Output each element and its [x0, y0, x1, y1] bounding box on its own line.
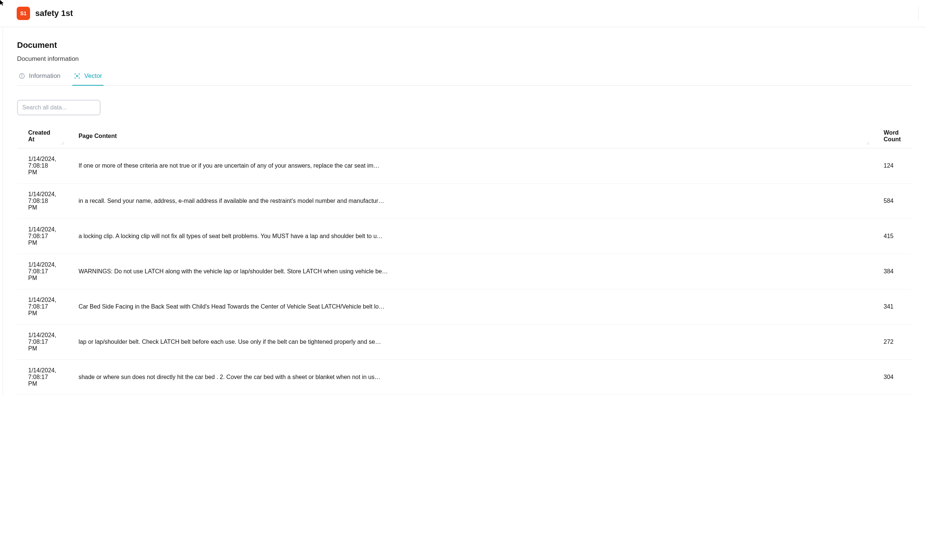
svg-point-2	[21, 74, 22, 75]
tab-vector[interactable]: Vector	[72, 69, 103, 86]
table-row[interactable]: 1/14/2024, 7:08:17 PMCar Bed Side Facing…	[17, 289, 912, 325]
search-input[interactable]	[18, 101, 101, 115]
cell-word-count: 272	[873, 325, 912, 360]
cell-word-count: 304	[873, 360, 912, 395]
app-badge: S1	[17, 7, 30, 20]
data-table: Created At Page Content Word Count 1/14/…	[17, 124, 912, 395]
main-content: Document Document information Informatio…	[3, 27, 926, 395]
table-header-row: Created At Page Content Word Count	[17, 124, 912, 148]
cell-word-count: 341	[873, 289, 912, 325]
mouse-cursor-icon	[0, 0, 6, 6]
app-title: safety 1st	[35, 9, 73, 18]
cell-created-at: 1/14/2024, 7:08:17 PM	[17, 289, 68, 325]
cell-page-content: WARNINGS: Do not use LATCH along with th…	[68, 254, 873, 289]
col-created-at-label: Created At	[28, 130, 50, 142]
app-badge-text: S1	[20, 11, 26, 16]
col-created-at[interactable]: Created At	[17, 124, 68, 148]
svg-point-3	[76, 75, 78, 77]
resize-handle-icon	[866, 141, 870, 145]
table-row[interactable]: 1/14/2024, 7:08:18 PMIf one or more of t…	[17, 148, 912, 184]
cell-page-content: If one or more of these criteria are not…	[68, 148, 873, 184]
col-page-content[interactable]: Page Content	[68, 124, 873, 148]
cell-created-at: 1/14/2024, 7:08:17 PM	[17, 325, 68, 360]
tab-information-label: Information	[29, 72, 61, 80]
tab-information[interactable]: Information	[17, 69, 62, 86]
table-row[interactable]: 1/14/2024, 7:08:17 PMlap or lap/shoulder…	[17, 325, 912, 360]
page-heading: Document	[17, 41, 912, 50]
cell-created-at: 1/14/2024, 7:08:17 PM	[17, 360, 68, 395]
cell-page-content: in a recall. Send your name, address, e-…	[68, 184, 873, 219]
cell-created-at: 1/14/2024, 7:08:18 PM	[17, 184, 68, 219]
col-word-count-label: Word Count	[884, 130, 901, 142]
cell-created-at: 1/14/2024, 7:08:17 PM	[17, 254, 68, 289]
cell-page-content: lap or lap/shoulder belt. Check LATCH be…	[68, 325, 873, 360]
col-word-count[interactable]: Word Count	[873, 124, 912, 148]
topbar-divider	[918, 7, 918, 20]
tabs: Information Vector	[17, 69, 912, 86]
tab-vector-label: Vector	[84, 72, 102, 80]
cell-created-at: 1/14/2024, 7:08:17 PM	[17, 219, 68, 254]
cell-word-count: 584	[873, 184, 912, 219]
info-icon	[18, 73, 25, 79]
table-row[interactable]: 1/14/2024, 7:08:17 PMshade or where sun …	[17, 360, 912, 395]
topbar: S1 safety 1st	[0, 0, 926, 27]
cell-page-content: Car Bed Side Facing in the Back Seat wit…	[68, 289, 873, 325]
cell-word-count: 384	[873, 254, 912, 289]
cell-page-content: shade or where sun does not directly hit…	[68, 360, 873, 395]
cell-created-at: 1/14/2024, 7:08:18 PM	[17, 148, 68, 184]
table-row[interactable]: 1/14/2024, 7:08:17 PMWARNINGS: Do not us…	[17, 254, 912, 289]
resize-handle-icon	[61, 141, 65, 145]
cell-page-content: a locking clip. A locking clip will not …	[68, 219, 873, 254]
page-subheading: Document information	[17, 55, 912, 63]
table-row[interactable]: 1/14/2024, 7:08:17 PMa locking clip. A l…	[17, 219, 912, 254]
cell-word-count: 415	[873, 219, 912, 254]
search-container	[17, 100, 101, 115]
cell-word-count: 124	[873, 148, 912, 184]
table-row[interactable]: 1/14/2024, 7:08:18 PMin a recall. Send y…	[17, 184, 912, 219]
vector-icon	[74, 73, 80, 79]
col-page-content-label: Page Content	[79, 133, 117, 139]
